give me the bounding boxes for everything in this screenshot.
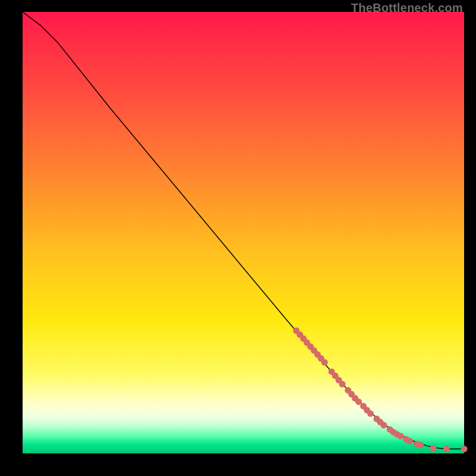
marker-group xyxy=(293,327,468,452)
data-marker xyxy=(381,422,387,428)
chart-frame: TheBottleneck.com xyxy=(0,0,476,476)
data-marker xyxy=(443,446,450,452)
data-marker xyxy=(355,399,362,405)
data-marker xyxy=(430,445,437,452)
data-marker xyxy=(339,381,346,387)
data-marker xyxy=(367,411,374,417)
data-marker xyxy=(406,438,413,444)
data-marker xyxy=(417,441,424,448)
data-marker xyxy=(397,433,404,440)
data-marker xyxy=(461,446,468,452)
bottleneck-curve xyxy=(23,12,464,449)
chart-overlay xyxy=(23,12,464,453)
data-marker xyxy=(321,359,328,366)
